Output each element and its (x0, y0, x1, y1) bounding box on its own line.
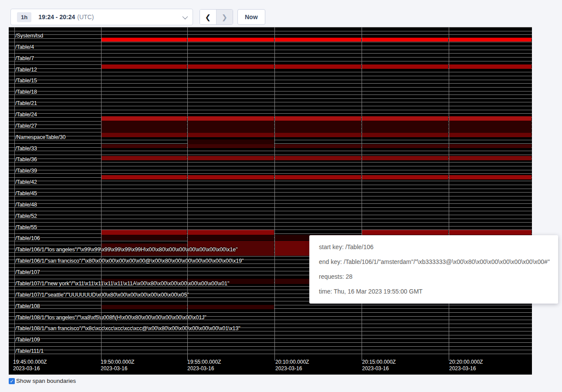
time-nav-group: ❮ ❯ (200, 9, 233, 25)
heat-band (188, 175, 274, 179)
heat-band (188, 37, 274, 42)
span-label: /Table/55 (15, 225, 37, 230)
heat-band (362, 121, 448, 133)
heat-band (275, 133, 361, 137)
heat-band (275, 279, 314, 284)
now-button[interactable]: Now (237, 9, 265, 25)
heat-band (275, 156, 361, 160)
x-axis-date: 2023-03-16 (187, 365, 221, 372)
span-label: /Table/21 (15, 101, 37, 106)
heat-band (449, 156, 532, 160)
heat-band (362, 37, 448, 42)
span-label: /Table/107/1/"new york"/"\x11\x11\x11\x1… (15, 281, 229, 287)
heat-band (362, 64, 448, 69)
heat-band (362, 175, 448, 179)
heat-band (362, 230, 448, 235)
x-axis-date: 2023-03-16 (101, 365, 134, 372)
x-axis-time: 19:45:00.000Z (13, 359, 47, 365)
span-label: /Table/106/1/"los angeles"/"\x99\x99\x99… (15, 247, 237, 253)
heat-band (275, 144, 361, 148)
time-column-line (362, 27, 362, 361)
x-axis-label: 20:15:00.000Z2023-03-16 (362, 359, 396, 372)
time-column-line (101, 27, 102, 361)
heat-band (449, 133, 532, 137)
heat-band (449, 121, 532, 133)
time-range-text: 19:24 - 20:24 (38, 14, 75, 20)
span-label: /Table/36 (15, 157, 37, 162)
heat-band (362, 133, 448, 137)
span-label: /Table/108/1/"san francisco"/"\x8c\xcc\x… (15, 326, 240, 331)
span-label: /Table/15 (15, 78, 37, 84)
heat-band (188, 64, 274, 69)
heat-band (449, 144, 532, 148)
heat-band (188, 235, 274, 240)
x-axis-date: 2023-03-16 (275, 365, 309, 372)
heat-band (275, 121, 361, 133)
heat-band (102, 133, 187, 137)
chevron-left-icon: ❮ (205, 13, 211, 21)
span-label: /System/tsd (15, 33, 43, 39)
time-column-line (449, 27, 449, 361)
heat-band (102, 235, 187, 240)
span-label: /Table/7 (15, 56, 34, 61)
time-column-line (14, 27, 15, 361)
heat-band (275, 175, 361, 179)
heat-band (362, 116, 448, 121)
x-axis-date: 2023-03-16 (449, 365, 483, 372)
heat-band (188, 121, 274, 133)
span-label: /Table/52 (15, 213, 37, 219)
toolbar: 1h 19:24 - 20:24 (UTC) ❮ ❯ Now (0, 0, 562, 27)
span-label: /Table/12 (15, 67, 37, 73)
heat-band (362, 144, 448, 148)
span-label: /Table/27 (15, 123, 37, 129)
next-time-button[interactable]: ❯ (217, 10, 233, 24)
span-label: /Table/45 (15, 191, 37, 196)
span-label: /Table/109 (15, 337, 40, 343)
x-axis-date: 2023-03-16 (13, 365, 47, 372)
heat-band (275, 37, 361, 42)
heat-band (275, 64, 361, 69)
tooltip-requests: requests: 28 (319, 274, 548, 280)
span-label: /Table/107/1/"seattle"/"UUUUUUD\x00\x80\… (15, 292, 189, 298)
heat-band (102, 64, 187, 69)
heat-band (102, 305, 187, 309)
span-label: /NamespaceTable/30 (15, 135, 66, 140)
x-axis-time: 20:10:00.000Z (275, 359, 309, 365)
x-axis-label: 20:20:00.000Z2023-03-16 (449, 359, 483, 372)
time-range-select[interactable]: 1h 19:24 - 20:24 (UTC) (10, 9, 193, 25)
heat-band (102, 37, 187, 42)
span-label: /Table/33 (15, 146, 37, 152)
heat-band (102, 175, 187, 179)
x-axis-time: 19:55:00.000Z (187, 359, 221, 365)
tooltip-time: time: Thu, 16 Mar 2023 19:55:00 GMT (319, 288, 548, 294)
span-label: /Table/108 (15, 304, 40, 309)
heat-band (188, 305, 274, 309)
span-tooltip: start key: /Table/106 end key: /Table/10… (309, 235, 558, 304)
span-label: /Table/106/1/"san francisco"/"\x80\x00\x… (15, 258, 244, 264)
heat-band (188, 156, 274, 160)
span-label: /Table/106 (15, 236, 40, 241)
tooltip-start-key: start key: /Table/106 (319, 244, 548, 250)
heat-band (188, 144, 274, 148)
prev-time-button[interactable]: ❮ (200, 10, 217, 24)
heat-band (102, 144, 187, 148)
show-span-boundaries-checkbox[interactable]: ✓ (9, 378, 15, 384)
x-axis-time: 20:20:00.000Z (449, 359, 483, 365)
heat-band (188, 230, 274, 235)
time-column-line (187, 27, 188, 361)
heat-band (102, 121, 187, 133)
key-visualizer-heatmap[interactable]: /System/tsd/Table/4/Table/7/Table/12/Tab… (9, 27, 532, 375)
heat-band (362, 156, 448, 160)
x-axis-label: 20:10:00.000Z2023-03-16 (275, 359, 309, 372)
footer: ✓ Show span boundaries (9, 378, 76, 384)
heat-band (449, 64, 532, 69)
heat-band (102, 116, 187, 121)
span-label: /Table/111/1 (15, 348, 44, 354)
x-axis-label: 19:55:00.000Z2023-03-16 (187, 359, 221, 372)
chevron-right-icon: ❯ (222, 13, 227, 21)
timezone-text: (UTC) (77, 14, 94, 20)
tooltip-end-key: end key: /Table/106/1/"amsterdam"/"\xb33… (319, 259, 548, 265)
span-label: /Table/4 (15, 44, 34, 50)
heat-band (188, 133, 274, 137)
span-label: /Table/48 (15, 202, 37, 208)
